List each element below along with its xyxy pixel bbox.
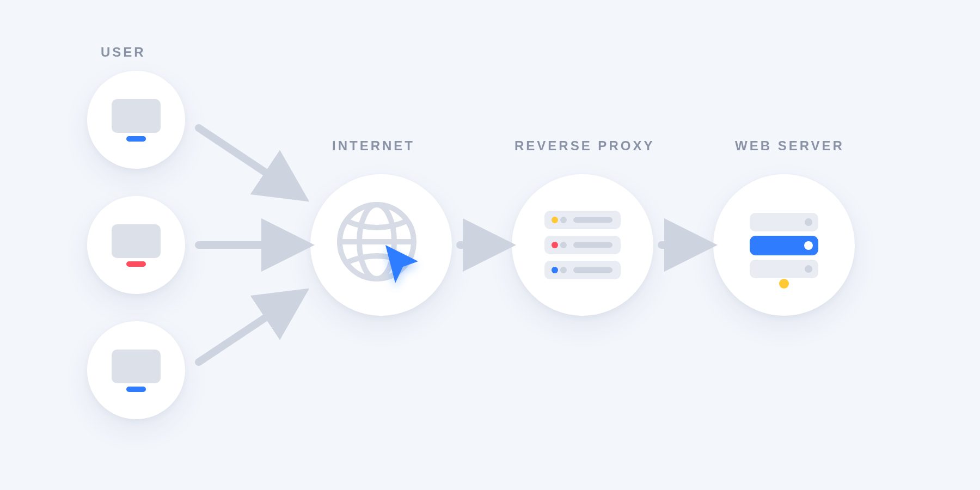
flow-arrows: [0, 0, 980, 490]
diagram-stage: USER INTERNET REVERSE PROXY WEB SERVER: [0, 0, 980, 490]
arrow-user1-internet: [199, 128, 297, 193]
arrow-user3-internet: [199, 297, 297, 362]
